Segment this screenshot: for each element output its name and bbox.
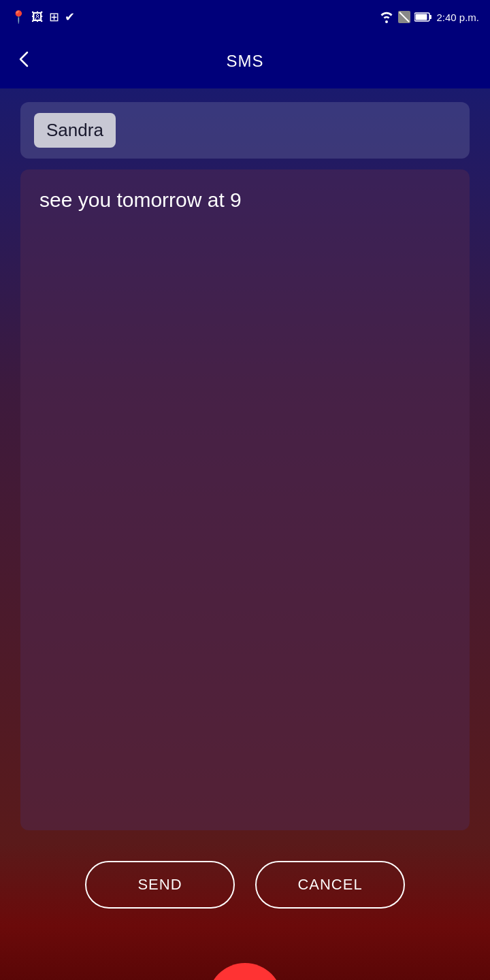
svg-rect-3: [429, 15, 431, 19]
wifi-icon: [379, 11, 394, 23]
recipient-field[interactable]: Sandra: [20, 102, 470, 159]
grid-icon: ⊞: [49, 10, 59, 24]
time-display: 2:40 p.m.: [436, 12, 479, 23]
send-button[interactable]: SEND: [85, 861, 235, 909]
message-body[interactable]: see you tomorrow at 9: [20, 169, 470, 830]
message-text: see you tomorrow at 9: [39, 189, 242, 211]
image-icon: 🖼: [31, 10, 44, 24]
page-title: SMS: [226, 52, 263, 71]
cancel-button[interactable]: CANCEL: [255, 861, 405, 909]
main-content: Sandra see you tomorrow at 9: [0, 88, 490, 844]
header: SMS: [0, 34, 490, 88]
status-bar: 📍 🖼 ⊞ ✔ 2:40 p.m.: [0, 0, 490, 34]
battery-icon: [414, 12, 432, 22]
recipient-chip[interactable]: Sandra: [34, 113, 116, 148]
microphone-button[interactable]: [208, 963, 282, 980]
back-button[interactable]: [14, 48, 35, 75]
status-left-icons: 📍 🖼 ⊞ ✔: [11, 10, 75, 24]
svg-rect-4: [416, 14, 427, 20]
status-right-icons: 2:40 p.m.: [379, 11, 479, 23]
buttons-area: SEND CANCEL: [0, 844, 490, 926]
check-icon: ✔: [65, 10, 75, 24]
location-icon: 📍: [11, 10, 26, 24]
voice-area: [0, 926, 490, 980]
signal-blocked-icon: [398, 11, 410, 23]
